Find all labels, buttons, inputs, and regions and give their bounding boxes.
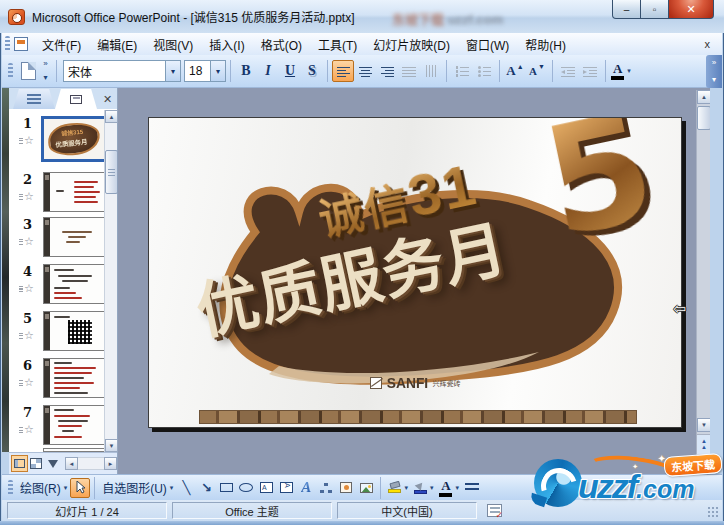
language-indicator[interactable]: 中文(中国): [337, 502, 477, 519]
menu-window[interactable]: 窗口(W): [458, 33, 517, 56]
increase-font-size-button[interactable]: A▲: [504, 60, 526, 82]
font-name-select[interactable]: 宋体 ▾: [63, 60, 181, 82]
drawbar-drag-handle[interactable]: [8, 480, 13, 496]
scroll-up-icon[interactable]: ▲: [697, 90, 710, 104]
animation-star-icon[interactable]: ☆: [19, 190, 34, 203]
animation-star-icon[interactable]: ☆: [19, 423, 34, 436]
toolbar-drag-handle[interactable]: [8, 63, 13, 79]
vertical-textbox-button[interactable]: A: [276, 478, 296, 498]
maximize-button[interactable]: ▫: [641, 0, 669, 19]
animation-star-icon[interactable]: ☆: [19, 329, 34, 342]
slide-thumbnail-2[interactable]: [43, 172, 105, 212]
textbox-tool-button[interactable]: A: [256, 478, 276, 498]
decrease-font-size-button[interactable]: A▼: [526, 60, 548, 82]
slide-thumbnail-5[interactable]: [43, 311, 105, 351]
align-center-button[interactable]: [354, 60, 376, 82]
toolbar-overflow-button[interactable]: »▾: [706, 55, 722, 88]
previous-slide-button[interactable]: ▲▲: [697, 435, 710, 454]
line-style-button[interactable]: [462, 478, 482, 498]
resize-grip[interactable]: [707, 506, 719, 518]
spellcheck-icon[interactable]: [487, 504, 502, 517]
scroll-up-icon[interactable]: ▲: [105, 110, 118, 123]
menu-file[interactable]: 文件(F): [34, 33, 89, 56]
powerpoint-app-icon[interactable]: [8, 9, 25, 25]
diagram-button[interactable]: [316, 478, 336, 498]
chevron-down-icon[interactable]: ▾: [165, 61, 180, 81]
bullet-list-button[interactable]: [473, 60, 495, 82]
slide-sorter-view-button[interactable]: [28, 455, 45, 472]
scroll-down-icon[interactable]: ▼: [697, 418, 710, 432]
text-direction-button[interactable]: [420, 60, 442, 82]
menu-insert[interactable]: 插入(I): [201, 33, 252, 56]
wordart-button[interactable]: A: [296, 478, 316, 498]
pane-horizontal-scrollbar[interactable]: ◄ ►: [65, 457, 117, 470]
slide-thumbnail-6[interactable]: [43, 358, 105, 398]
fill-color-button[interactable]: ▾: [385, 478, 411, 498]
align-left-button[interactable]: [332, 60, 354, 82]
clipart-button[interactable]: [336, 478, 356, 498]
autoshapes-menu-button[interactable]: 自选图形(U)▾: [99, 478, 176, 498]
title-bar[interactable]: Microsoft Office PowerPoint - [诚信315 优质服…: [0, 0, 724, 33]
animation-star-icon[interactable]: ☆: [19, 376, 34, 389]
rectangle-tool-button[interactable]: [216, 478, 236, 498]
document-icon[interactable]: [14, 37, 28, 51]
close-pane-icon[interactable]: ✕: [103, 93, 112, 109]
oval-tool-button[interactable]: [236, 478, 256, 498]
slide-thumbnail-3[interactable]: [43, 217, 105, 257]
menubar-drag-handle[interactable]: [5, 36, 10, 52]
normal-view-button[interactable]: [11, 455, 28, 472]
align-left-icon: [337, 66, 350, 77]
menu-slideshow[interactable]: 幻灯片放映(D): [365, 33, 458, 56]
line-color-button[interactable]: ▾: [411, 478, 437, 498]
close-document-icon[interactable]: x: [701, 37, 715, 51]
bold-button[interactable]: B: [235, 60, 257, 82]
menu-format[interactable]: 格式(O): [253, 33, 310, 56]
next-slide-button[interactable]: ▼▼: [697, 454, 710, 473]
select-objects-button[interactable]: [70, 478, 90, 498]
animation-star-icon[interactable]: ☆: [19, 134, 34, 147]
slide-thumbnail-7[interactable]: [43, 405, 105, 445]
insert-picture-button[interactable]: [356, 478, 376, 498]
distribute-text-button[interactable]: [398, 60, 420, 82]
scroll-right-icon[interactable]: ►: [104, 457, 117, 470]
menu-help[interactable]: 帮助(H): [517, 33, 574, 56]
close-button[interactable]: ✕: [669, 0, 714, 19]
slide-thumbnail-4[interactable]: [43, 264, 105, 304]
chevron-down-icon[interactable]: ▾: [627, 67, 631, 75]
pane-scroll-thumb[interactable]: [105, 150, 118, 194]
text-shadow-button[interactable]: S: [301, 60, 323, 82]
decrease-indent-button[interactable]: [557, 60, 579, 82]
theme-indicator[interactable]: Office 主题: [172, 502, 332, 519]
draw-font-color-button[interactable]: A ▾: [436, 478, 462, 498]
align-right-button[interactable]: [376, 60, 398, 82]
workspace-scrollbar[interactable]: ▲ ▼ ▲▲ ▼▼: [696, 90, 710, 474]
workspace-scroll-thumb[interactable]: [697, 106, 710, 130]
arrow-tool-button[interactable]: ↘: [196, 478, 216, 498]
animation-star-icon[interactable]: ☆: [19, 282, 34, 295]
h-scroll-track[interactable]: [78, 457, 104, 470]
menu-edit[interactable]: 编辑(E): [89, 33, 145, 56]
underline-button[interactable]: U: [279, 60, 301, 82]
animation-star-icon[interactable]: ☆: [19, 235, 34, 248]
new-slide-button[interactable]: [17, 60, 39, 82]
minimize-button[interactable]: –: [612, 0, 641, 19]
tab-outline[interactable]: [13, 89, 55, 109]
chevron-down-icon[interactable]: ▾: [210, 61, 225, 81]
scroll-down-icon[interactable]: ▼: [105, 439, 118, 452]
increase-indent-button[interactable]: [579, 60, 601, 82]
draw-menu-button[interactable]: 绘图(R)▾: [17, 478, 70, 498]
scroll-left-icon[interactable]: ◄: [65, 457, 78, 470]
line-tool-button[interactable]: ╲: [176, 478, 196, 498]
toolbar-options-button[interactable]: »▾: [39, 58, 52, 84]
tab-slides[interactable]: [55, 89, 97, 109]
font-color-button[interactable]: A ▾: [610, 60, 632, 82]
italic-button[interactable]: I: [257, 60, 279, 82]
menu-view[interactable]: 视图(V): [145, 33, 201, 56]
pane-scrollbar[interactable]: ▲ ▼: [104, 110, 117, 452]
slide-thumbnail-1[interactable]: 诚信315 优质服务月: [41, 116, 107, 162]
numbered-list-button[interactable]: [451, 60, 473, 82]
slideshow-view-button[interactable]: [44, 455, 61, 472]
slide-canvas[interactable]: 5 诚信31 优质服务月 SANFI 兴辉瓷砖: [148, 117, 682, 428]
font-size-select[interactable]: 18 ▾: [184, 60, 226, 82]
menu-tools[interactable]: 工具(T): [310, 33, 365, 56]
